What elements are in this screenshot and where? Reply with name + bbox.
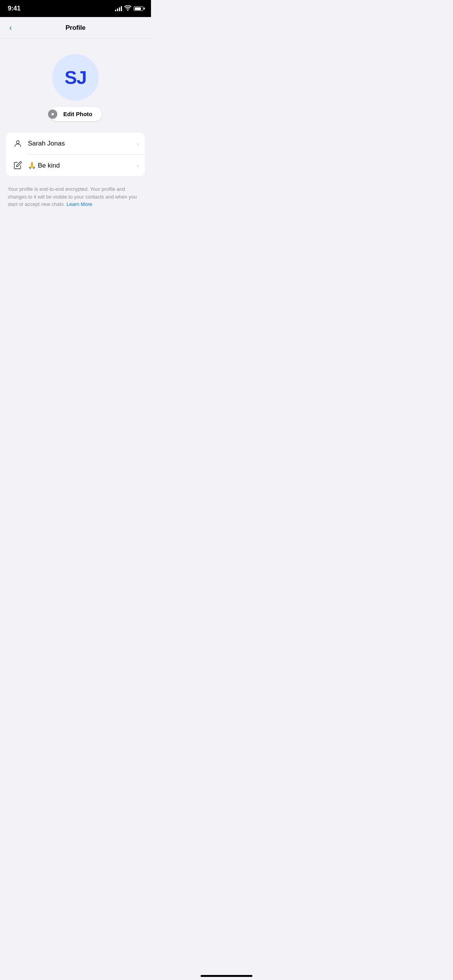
- nav-bar: ‹ Profile: [0, 17, 151, 39]
- back-button[interactable]: ‹: [6, 20, 15, 35]
- svg-point-1: [16, 141, 19, 144]
- status-time: 9:41: [8, 5, 21, 12]
- page-title: Profile: [65, 24, 86, 32]
- profile-info-card: Sarah Jonas › 🙏 Be kind ›: [6, 133, 145, 176]
- learn-more-link[interactable]: Learn More: [67, 201, 92, 207]
- name-value: Sarah Jonas: [28, 140, 137, 147]
- name-chevron-icon: ›: [137, 140, 139, 147]
- person-icon: [12, 138, 23, 149]
- signal-icon: [115, 6, 122, 11]
- pencil-icon: [12, 160, 23, 171]
- status-icons: [115, 5, 143, 12]
- status-value: 🙏 Be kind: [28, 161, 137, 170]
- privacy-note: Your profile is end-to-end encrypted. Yo…: [6, 182, 145, 208]
- svg-point-0: [51, 113, 54, 115]
- status-bar: 9:41: [0, 0, 151, 17]
- avatar-section: SJ Edit Photo: [6, 39, 145, 133]
- status-chevron-icon: ›: [137, 162, 139, 169]
- wifi-icon: [124, 5, 131, 12]
- edit-photo-label: Edit Photo: [63, 111, 93, 117]
- camera-dot-icon: [48, 110, 57, 119]
- status-row[interactable]: 🙏 Be kind ›: [6, 154, 145, 176]
- avatar-initials: SJ: [65, 67, 87, 88]
- main-content: SJ Edit Photo Sarah Jonas ›: [0, 39, 151, 208]
- edit-photo-button[interactable]: Edit Photo: [50, 107, 102, 121]
- battery-icon: [134, 6, 143, 11]
- name-row[interactable]: Sarah Jonas ›: [6, 133, 145, 154]
- avatar[interactable]: SJ: [52, 54, 99, 101]
